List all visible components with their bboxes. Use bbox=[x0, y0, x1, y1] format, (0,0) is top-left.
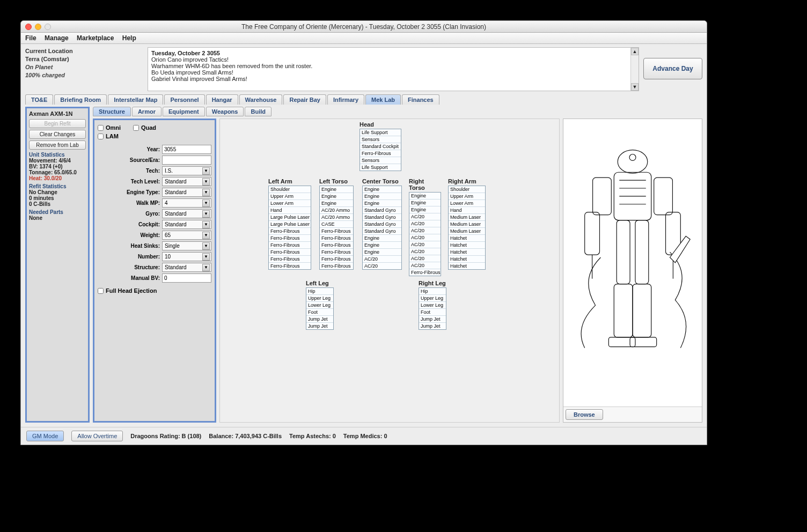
techlevel-select[interactable]: Standard▼ bbox=[162, 177, 211, 186]
slot-item[interactable]: Large Pulse Laser bbox=[269, 214, 311, 221]
slot-item[interactable]: Ferro-Fibrous bbox=[320, 263, 353, 269]
slot-item[interactable]: Jump Jet bbox=[419, 316, 446, 323]
gm-mode-button[interactable]: GM Mode bbox=[26, 431, 64, 441]
slot-item[interactable]: Upper Arm bbox=[449, 193, 485, 200]
slot-item[interactable]: Ferro-Fibrous bbox=[409, 269, 441, 276]
slot-item[interactable]: Lower Arm bbox=[449, 200, 485, 207]
head-slots[interactable]: Life SupportSensorsStandard CockpitFerro… bbox=[360, 129, 401, 171]
slot-item[interactable]: Engine bbox=[363, 186, 401, 193]
rt-slots[interactable]: EngineEngineEngineAC/20AC/20AC/20AC/20AC… bbox=[409, 192, 441, 276]
cockpit-select[interactable]: Standard▼ bbox=[162, 220, 211, 229]
slot-item[interactable]: Life Support bbox=[360, 164, 401, 171]
slot-item[interactable]: Shoulder bbox=[269, 186, 311, 193]
slot-item[interactable]: Ferro-Fibrous bbox=[269, 228, 311, 235]
slot-item[interactable]: Engine bbox=[409, 193, 441, 200]
slot-item[interactable]: AC/20 Ammo bbox=[320, 207, 353, 214]
slot-item[interactable]: AC/20 bbox=[409, 234, 441, 241]
slot-item[interactable]: Standard Gyro bbox=[363, 228, 401, 235]
slot-item[interactable]: AC/20 bbox=[409, 213, 441, 220]
slot-item[interactable]: Medium Laser bbox=[449, 214, 485, 221]
slot-item[interactable]: Upper Leg bbox=[306, 295, 333, 302]
slot-item[interactable]: Standard Gyro bbox=[363, 221, 401, 228]
slot-item[interactable]: Engine bbox=[320, 186, 353, 193]
clear-changes-button[interactable]: Clear Changes bbox=[29, 130, 86, 139]
slot-item[interactable]: Hand bbox=[449, 207, 485, 214]
allow-overtime-button[interactable]: Allow Overtime bbox=[71, 431, 123, 441]
lt-slots[interactable]: EngineEngineEngineAC/20 AmmoAC/20 AmmoCA… bbox=[319, 186, 354, 270]
menu-marketplace[interactable]: Marketplace bbox=[77, 34, 114, 42]
source-input[interactable] bbox=[162, 156, 211, 165]
slot-item[interactable]: Medium Laser bbox=[449, 228, 485, 235]
lam-checkbox[interactable]: LAM bbox=[98, 133, 119, 139]
log-scrollbar[interactable]: ▲ ▼ bbox=[630, 48, 639, 91]
slot-item[interactable]: AC/20 bbox=[409, 248, 441, 255]
slot-item[interactable]: Ferro-Fibrous bbox=[269, 249, 311, 256]
slot-item[interactable]: AC/20 bbox=[409, 220, 441, 227]
tab-meklab[interactable]: Mek Lab bbox=[365, 94, 401, 105]
gyro-select[interactable]: Standard▼ bbox=[162, 209, 211, 218]
tab-infirmary[interactable]: Infirmary bbox=[327, 94, 364, 105]
slot-item[interactable]: Jump Jet bbox=[419, 323, 446, 329]
slot-item[interactable]: AC/20 bbox=[363, 263, 401, 269]
slot-item[interactable]: CASE bbox=[320, 221, 353, 228]
slot-item[interactable]: Standard Gyro bbox=[363, 214, 401, 221]
slot-item[interactable]: Large Pulse Laser bbox=[269, 221, 311, 228]
hsnumber-select[interactable]: 10▼ bbox=[162, 252, 211, 261]
year-input[interactable] bbox=[162, 145, 211, 154]
slot-item[interactable]: Standard Cockpit bbox=[360, 143, 401, 150]
slot-item[interactable]: Ferro-Fibrous bbox=[269, 235, 311, 242]
slot-item[interactable]: Jump Jet bbox=[306, 316, 333, 323]
tab-finances[interactable]: Finances bbox=[402, 94, 439, 105]
manualbv-input[interactable] bbox=[162, 274, 211, 283]
slot-item[interactable]: Jump Jet bbox=[306, 323, 333, 329]
tab-toe[interactable]: TO&E bbox=[25, 94, 53, 105]
scroll-down-icon[interactable]: ▼ bbox=[631, 83, 639, 91]
tab-map[interactable]: Interstellar Map bbox=[108, 94, 163, 105]
menu-file[interactable]: File bbox=[25, 34, 36, 42]
slot-item[interactable]: Hatchet bbox=[449, 263, 485, 269]
subtab-build[interactable]: Build bbox=[245, 107, 272, 116]
slot-item[interactable]: Engine bbox=[409, 200, 441, 206]
structure-select[interactable]: Standard▼ bbox=[162, 263, 211, 272]
slot-item[interactable]: Upper Arm bbox=[269, 193, 311, 200]
fullhead-checkbox[interactable]: Full Head Ejection bbox=[98, 287, 157, 294]
tab-personnel[interactable]: Personnel bbox=[164, 94, 204, 105]
slot-item[interactable]: Ferro-Fibrous bbox=[320, 256, 353, 263]
rl-slots[interactable]: HipUpper LegLower LegFootJump JetJump Je… bbox=[419, 287, 446, 330]
slot-item[interactable]: AC/20 bbox=[363, 256, 401, 263]
tech-select[interactable]: I.S.▼ bbox=[162, 166, 211, 175]
slot-item[interactable]: Ferro-Fibrous bbox=[320, 242, 353, 249]
browse-button[interactable]: Browse bbox=[566, 409, 603, 420]
slot-item[interactable]: Engine bbox=[363, 200, 401, 207]
slot-item[interactable]: Hand bbox=[269, 207, 311, 214]
remove-from-lab-button[interactable]: Remove from Lab bbox=[29, 141, 86, 150]
slot-item[interactable]: AC/20 bbox=[409, 255, 441, 262]
ll-slots[interactable]: HipUpper LegLower LegFootJump JetJump Je… bbox=[306, 287, 334, 330]
slot-item[interactable]: Sensors bbox=[360, 136, 401, 143]
slot-item[interactable]: Engine bbox=[363, 193, 401, 200]
slot-item[interactable]: Lower Arm bbox=[269, 200, 311, 207]
slot-item[interactable]: Upper Leg bbox=[419, 295, 446, 302]
slot-item[interactable]: Hatchet bbox=[449, 256, 485, 263]
slot-item[interactable]: Engine bbox=[320, 193, 353, 200]
slot-item[interactable]: Hatchet bbox=[449, 242, 485, 249]
slot-item[interactable]: Ferro-Fibrous bbox=[320, 235, 353, 242]
slot-item[interactable]: Ferro-Fibrous bbox=[360, 150, 401, 157]
scroll-up-icon[interactable]: ▲ bbox=[631, 48, 639, 55]
slot-item[interactable]: Shoulder bbox=[449, 186, 485, 193]
slot-item[interactable]: Foot bbox=[419, 309, 446, 316]
slot-item[interactable]: Sensors bbox=[360, 157, 401, 164]
menu-help[interactable]: Help bbox=[122, 34, 136, 42]
slot-item[interactable]: Engine bbox=[363, 249, 401, 256]
subtab-armor[interactable]: Armor bbox=[132, 107, 162, 116]
slot-item[interactable]: Lower Leg bbox=[419, 302, 446, 309]
slot-item[interactable]: Hip bbox=[306, 288, 333, 295]
ct-slots[interactable]: EngineEngineEngineStandard GyroStandard … bbox=[362, 186, 402, 270]
begin-refit-button[interactable]: Begin Refit bbox=[29, 119, 86, 128]
subtab-equipment[interactable]: Equipment bbox=[163, 107, 205, 116]
tab-briefing[interactable]: Briefing Room bbox=[54, 94, 107, 105]
slot-item[interactable]: Life Support bbox=[360, 129, 401, 136]
slot-item[interactable]: Lower Leg bbox=[306, 302, 333, 309]
slot-item[interactable]: Foot bbox=[306, 309, 333, 316]
slot-item[interactable]: Medium Laser bbox=[449, 221, 485, 228]
